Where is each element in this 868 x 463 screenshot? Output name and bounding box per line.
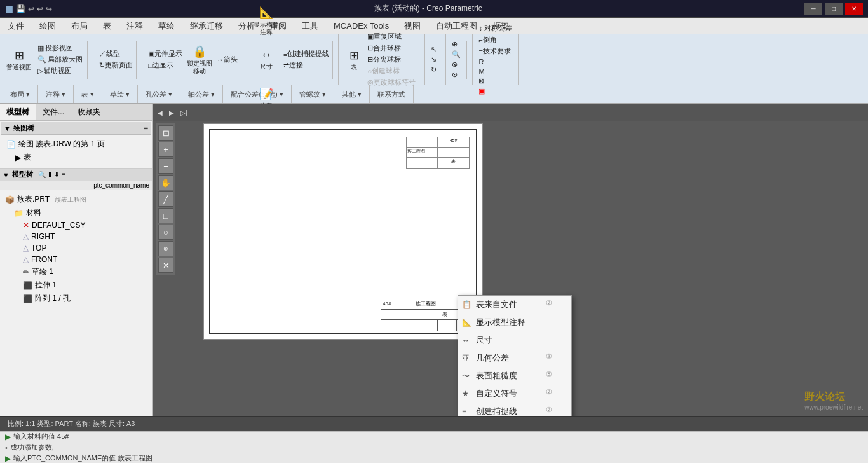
section-layout[interactable]: 布局 ▾ <box>3 85 38 103</box>
lock-view-button[interactable]: 🔒 锁定视图移动 <box>184 41 215 79</box>
section-annotation[interactable]: 注释 ▾ <box>38 85 74 103</box>
create-balloon-button[interactable]: ○ 创建球标 <box>365 66 417 76</box>
redo-icon[interactable]: ↪ <box>46 4 52 13</box>
menu-layout[interactable]: 布局 <box>64 18 95 34</box>
sketch-rect-button[interactable]: □ <box>158 208 173 223</box>
menu-sketch[interactable]: 草绘 <box>151 18 182 34</box>
mt-item-array[interactable]: ⬛ 阵列 1 / 孔 <box>20 292 149 305</box>
mt-item-right[interactable]: △ RIGHT <box>20 231 149 242</box>
elem-display-button[interactable]: ▣ 元件显示 <box>146 48 184 59</box>
menubar: 文件 绘图 布局 表 注释 草绘 继承迁移 分析 审阅 工具 MCADEx To… <box>0 18 868 34</box>
red-btn[interactable]: ▣ <box>477 86 514 96</box>
menu-table[interactable]: 表 <box>95 18 119 34</box>
mt-btn1[interactable]: 🔍 <box>38 171 46 178</box>
ctx-geo-tol[interactable]: 亚 几何公差 ② <box>458 349 571 367</box>
canvas-btn-3[interactable]: ▷| <box>178 109 190 117</box>
rotate-button[interactable]: ↻ <box>429 65 438 74</box>
M-button[interactable]: M <box>477 67 514 76</box>
sym-button[interactable]: ⊕ <box>450 39 463 49</box>
tol-btn3[interactable]: ⊙ <box>450 70 463 79</box>
table-item[interactable]: ▶ 表 <box>13 151 148 164</box>
section-hole-tol[interactable]: 孔公差 ▾ <box>138 85 180 103</box>
refresh-button[interactable]: ↻ 更新页面 <box>97 60 135 71</box>
lock-col: ▣ 元件显示 □ 边显示 <box>146 48 184 71</box>
aux-view-button[interactable]: ▷ 辅助视图 <box>36 66 85 76</box>
menu-inherit[interactable]: 继承迁移 <box>182 18 231 34</box>
delete-btn[interactable]: ✕ <box>158 258 173 273</box>
sketch-line-button[interactable]: ╱ <box>158 191 173 207</box>
undo2-icon[interactable]: ↩ <box>37 4 43 13</box>
close-button[interactable]: ✕ <box>845 3 863 15</box>
drawing-canvas[interactable]: ◀ ▶ ▷| ⊡ + − ✋ ╱ □ ○ ⊕ ✕ 45# <box>153 104 868 416</box>
arrow-button[interactable]: ↔ 箭头 <box>215 54 240 65</box>
mt-btn4[interactable]: ≡ <box>62 171 65 178</box>
general-view-button[interactable]: ⊞ 普通视图 <box>4 38 34 82</box>
mt-btn2[interactable]: Ⅱ <box>48 171 51 178</box>
zoom-fit-button[interactable]: ⊡ <box>158 125 173 141</box>
quick-save-icon[interactable]: 💾 <box>16 4 25 13</box>
section-axis-tol[interactable]: 轴公差 ▾ <box>180 85 223 103</box>
section-pipe-thread[interactable]: 管螺纹 ▾ <box>292 85 334 103</box>
drawing-tree-icon[interactable]: ≡ <box>144 124 148 133</box>
menu-file[interactable]: 文件 <box>0 18 32 34</box>
tech-req-button[interactable]: ≡ 技术要求 <box>477 46 514 57</box>
ctx-create-snap[interactable]: ≡ 创建捕捉线 ② <box>458 403 571 416</box>
pan-button[interactable]: ✋ <box>158 175 173 190</box>
mt-item-top[interactable]: △ TOP <box>20 242 149 254</box>
tol-btn2[interactable]: ⊗ <box>450 60 463 69</box>
maximize-button[interactable]: □ <box>825 3 843 15</box>
edge-display-button[interactable]: □ 边显示 <box>146 60 184 71</box>
merge-button[interactable]: ⊡ 合并球标 <box>365 43 417 53</box>
mt-item-extrude[interactable]: ⬛ 拉伸 1 <box>20 279 149 292</box>
repeat-region-button[interactable]: ▣ 重复区域 <box>365 31 417 42</box>
create-snap-button[interactable]: ≡ 创建捕捉提线 <box>281 48 331 59</box>
linestyle-button[interactable]: ／ 线型 <box>97 48 135 59</box>
ctx-custom-symbol[interactable]: ★ 自定义符号 ② <box>458 385 571 403</box>
cursor-button[interactable]: ↖ <box>429 45 438 54</box>
menu-annotation[interactable]: 注释 <box>119 18 151 34</box>
section-contact[interactable]: 联系方式 <box>370 85 414 103</box>
connect-button[interactable]: ⇌ 连接 <box>281 60 331 71</box>
canvas-btn-1[interactable]: ◀ <box>155 109 165 117</box>
tab-favorites[interactable]: 收藏夹 <box>71 104 107 120</box>
section-other[interactable]: 其他 ▾ <box>334 85 370 103</box>
menu-tools[interactable]: 工具 <box>294 18 326 34</box>
drawing-page-item[interactable]: 📄 绘图 族表.DRW 的第 1 页 <box>4 137 148 151</box>
canvas-btn-2[interactable]: ▶ <box>166 109 177 117</box>
split-button[interactable]: ⊞ 分离球标 <box>365 54 417 65</box>
table-button[interactable]: ⊞ 表 <box>342 41 365 79</box>
display-model-annot-button[interactable]: 📐 显示模型注释 <box>251 2 281 40</box>
general-view-icon: ⊞ <box>15 48 24 62</box>
select-button[interactable]: ↘ <box>429 55 438 64</box>
ctx-table-from-file[interactable]: 📋 表来自文件 ② <box>458 296 571 314</box>
ctx-dimension[interactable]: ↔ 尺寸 <box>458 331 571 349</box>
section-sketch[interactable]: 草绘 ▾ <box>102 85 138 103</box>
mt-item-default-csy[interactable]: ✕ DEFAULT_CSY <box>20 219 149 231</box>
section-table[interactable]: 表 ▾ <box>74 85 102 103</box>
mt-item-root[interactable]: 📦 族表.PRT 族表工程图 <box>3 193 149 206</box>
chamfer-button[interactable]: ⌐ 倒角 <box>477 34 514 45</box>
mt-item-sketch1[interactable]: ✏ 草绘 1 <box>20 265 149 279</box>
undo-icon[interactable]: ↩ <box>28 4 34 13</box>
search-btn[interactable]: 🔍 <box>450 50 463 59</box>
sketch-circle-button[interactable]: ○ <box>158 225 173 240</box>
R-button[interactable]: R <box>477 57 514 66</box>
tab-files[interactable]: 文件... <box>36 104 71 120</box>
menu-drawing[interactable]: 绘图 <box>32 18 64 34</box>
other-icon[interactable]: ⊠ <box>477 76 514 86</box>
projection-view-button[interactable]: ▦ 投影视图 <box>36 43 85 53</box>
change-balloon-button[interactable]: ◎ 更改球标符号 <box>365 77 417 88</box>
ctx-surface-roughness[interactable]: 〜 表面粗糙度 ⑤ <box>458 367 571 385</box>
minimize-button[interactable]: ─ <box>804 3 822 15</box>
partial-enlarge-button[interactable]: 🔍 局部放大图 <box>36 54 85 65</box>
tab-model-tree[interactable]: 模型树 <box>0 104 36 120</box>
mt-btn3[interactable]: ⇓ <box>54 171 59 178</box>
mt-item-front[interactable]: △ FRONT <box>20 254 149 265</box>
annot-col2: ≡ 创建捕捉提线 ⇌ 连接 <box>281 48 331 71</box>
zoom-out-button[interactable]: − <box>158 158 173 174</box>
param-btn[interactable]: ⊕ <box>158 241 173 256</box>
dimension-button[interactable]: ↔ 尺寸 <box>251 41 281 79</box>
zoom-in-button[interactable]: + <box>158 142 173 157</box>
ctx-show-model-annot[interactable]: 📐 显示模型注释 <box>458 314 571 331</box>
mt-item-material[interactable]: 📁 材料 <box>11 206 149 219</box>
